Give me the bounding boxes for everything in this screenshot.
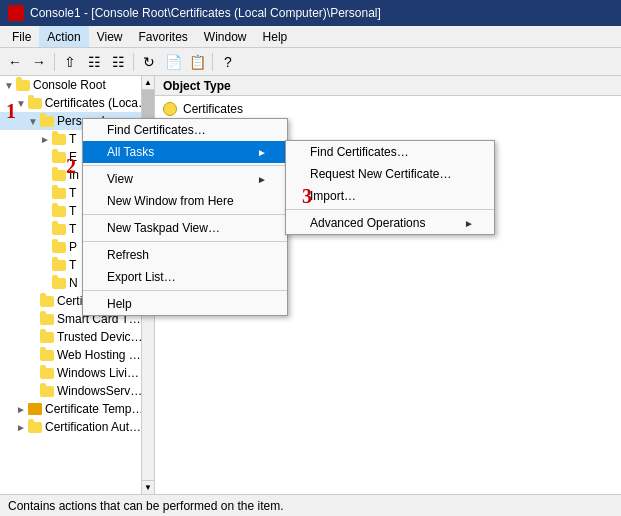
toolbar-separator-1 (54, 53, 55, 71)
tree-label: N (69, 276, 78, 290)
tree-label: T (69, 132, 76, 146)
expand-arrow: ► (40, 134, 52, 145)
tree-certificates[interactable]: ▼ Certificates (Loca… (0, 94, 154, 112)
tree-label: T (69, 258, 76, 272)
cert-template-icon (28, 403, 42, 415)
tree-label: P (69, 240, 77, 254)
status-bar: Contains actions that can be performed o… (0, 494, 621, 516)
toolbar-separator-2 (133, 53, 134, 71)
folder-icon (40, 314, 54, 325)
folder-icon (28, 422, 42, 433)
tree-cert-temp[interactable]: ► Certificate Temp… (0, 400, 154, 418)
back-button[interactable]: ← (4, 51, 26, 73)
expand-arrow: ► (16, 404, 28, 415)
context-menu-all-tasks: Find Certificates… Request New Certifica… (285, 140, 495, 235)
menu-bar: File Action View Favorites Window Help (0, 26, 621, 48)
badge-2: 2 (66, 155, 76, 178)
cert-icon (163, 102, 177, 116)
up-button[interactable]: ⇧ (59, 51, 81, 73)
folder-icon (40, 296, 54, 307)
folder-icon (52, 278, 66, 289)
refresh-button[interactable]: ↻ (138, 51, 160, 73)
folder-icon (52, 206, 66, 217)
folder-icon (52, 134, 66, 145)
forward-button[interactable]: → (28, 51, 50, 73)
tree-label: Windows Livi… (57, 366, 139, 380)
folder-icon (52, 260, 66, 271)
tree-label: T (69, 204, 76, 218)
submenu-arrow: ► (257, 147, 267, 158)
tree-label: Certificate Temp… (45, 402, 143, 416)
ctx-new-window[interactable]: New Window from Here (83, 190, 287, 212)
badge-1: 1 (6, 100, 16, 123)
right-header-label: Object Type (163, 79, 231, 93)
help-button[interactable]: ? (217, 51, 239, 73)
title-text: Console1 - [Console Root\Certificates (L… (30, 6, 381, 20)
scroll-down[interactable]: ▼ (142, 480, 154, 494)
folder-icon (40, 368, 54, 379)
ctx-import[interactable]: Import… (286, 185, 494, 207)
folder-icon (52, 224, 66, 235)
toolbar: ← → ⇧ ☷ ☷ ↻ 📄 📋 ? (0, 48, 621, 76)
menu-action[interactable]: Action (39, 26, 88, 47)
tree-cert-auth[interactable]: ► Certification Aut… (0, 418, 154, 436)
menu-help[interactable]: Help (255, 26, 296, 47)
tree-windows-serv[interactable]: WindowsServ… (0, 382, 154, 400)
ctx-all-tasks[interactable]: All Tasks ► (83, 141, 287, 163)
grid-button[interactable]: ☷ (107, 51, 129, 73)
folder-icon (52, 242, 66, 253)
menu-window[interactable]: Window (196, 26, 255, 47)
app-icon (8, 5, 24, 21)
tree-label: Certification Aut… (45, 420, 141, 434)
menu-view[interactable]: View (89, 26, 131, 47)
tree-label: Trusted Devic… (57, 330, 143, 344)
ctx-advanced-ops[interactable]: Advanced Operations ► (286, 212, 494, 234)
tree-console-root[interactable]: ▼ Console Root (0, 76, 154, 94)
export-button[interactable]: 📄 (162, 51, 184, 73)
ctx-view[interactable]: View ► (83, 168, 287, 190)
ctx-request-cert[interactable]: Request New Certificate… (286, 163, 494, 185)
tree-label: T (69, 186, 76, 200)
ctx-separator-1 (83, 165, 287, 166)
tree-label: Certificates (Loca… (45, 96, 150, 110)
folder-icon (40, 386, 54, 397)
ctx-help[interactable]: Help (83, 293, 287, 315)
tree-windows-live[interactable]: Windows Livi… (0, 364, 154, 382)
menu-file[interactable]: File (4, 26, 39, 47)
ctx-separator-2 (83, 214, 287, 215)
view-button[interactable]: ☷ (83, 51, 105, 73)
context-menu-main: Find Certificates… All Tasks ► View ► Ne… (82, 118, 288, 316)
ctx-refresh[interactable]: Refresh (83, 244, 287, 266)
title-bar: Console1 - [Console Root\Certificates (L… (0, 0, 621, 26)
ctx-new-taskpad[interactable]: New Taskpad View… (83, 217, 287, 239)
tree-web-hosting[interactable]: Web Hosting … (0, 346, 154, 364)
expand-arrow: ▼ (4, 80, 16, 91)
tree-trusted-devic[interactable]: Trusted Devic… (0, 328, 154, 346)
tree-label: Web Hosting … (57, 348, 141, 362)
ctx-find-certs-sub[interactable]: Find Certificates… (286, 141, 494, 163)
tree-label: WindowsServ… (57, 384, 142, 398)
tree-label: Console Root (33, 78, 106, 92)
properties-button[interactable]: 📋 (186, 51, 208, 73)
scroll-up[interactable]: ▲ (142, 76, 154, 90)
folder-icon (16, 80, 30, 91)
expand-arrow: ▼ (16, 98, 28, 109)
right-panel-header: Object Type (155, 76, 621, 96)
ctx-export-list[interactable]: Export List… (83, 266, 287, 288)
folder-icon (28, 98, 42, 109)
folder-icon (52, 152, 66, 163)
ctx-separator-4 (83, 290, 287, 291)
submenu-arrow: ► (257, 174, 267, 185)
folder-icon (52, 170, 66, 181)
toolbar-separator-3 (212, 53, 213, 71)
expand-arrow: ▼ (28, 116, 40, 127)
menu-favorites[interactable]: Favorites (131, 26, 196, 47)
badge-3: 3 (302, 185, 312, 208)
cert-item-label: Certificates (183, 102, 243, 116)
folder-icon (40, 332, 54, 343)
tree-label: T (69, 222, 76, 236)
ctx-find-certificates[interactable]: Find Certificates… (83, 119, 287, 141)
right-item-certificates: Certificates (163, 100, 613, 118)
ctx-separator-sub (286, 209, 494, 210)
folder-icon (52, 188, 66, 199)
